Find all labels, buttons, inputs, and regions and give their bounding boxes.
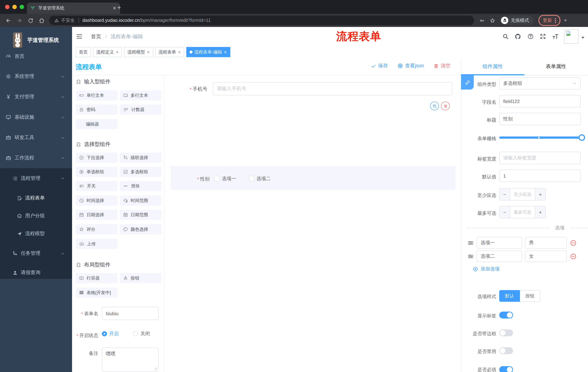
stepper-minus-button[interactable]: − (500, 189, 510, 200)
browser-tab[interactable]: 芋道管理系统 ✕ (27, 2, 120, 14)
browser-update-button[interactable]: 更新 (538, 15, 560, 26)
view-json-button[interactable]: 查看json (397, 63, 424, 69)
slider-handle[interactable] (578, 134, 585, 141)
tab-component-props[interactable]: 组件属性 (461, 63, 524, 70)
max-select-input[interactable]: 最多可选 (510, 206, 535, 218)
tag-close-icon[interactable]: ✕ (224, 50, 227, 54)
avatar[interactable] (564, 29, 578, 44)
show-label-toggle[interactable] (499, 312, 513, 319)
back-icon[interactable] (5, 17, 11, 23)
tab-form-props[interactable]: 表单属性 (524, 63, 588, 70)
tag-close-icon[interactable]: ✕ (116, 50, 119, 54)
option-label-input[interactable]: 选项一 (477, 237, 522, 249)
component-chip-cascader[interactable]: 级联选择 (120, 152, 162, 163)
sidebar-logo[interactable]: 芋道管理系统 (0, 28, 72, 53)
drag-handle-icon[interactable] (468, 240, 474, 246)
search-icon[interactable] (502, 33, 509, 40)
option-label-input[interactable]: 选项二 (477, 250, 522, 262)
option-value-input[interactable]: 女 (525, 250, 567, 262)
address-bar[interactable]: 不安全 dashboard.yudao.iocoder.cn/bpm/manag… (49, 16, 474, 25)
grid-slider-track[interactable] (499, 137, 582, 139)
drag-handle-icon[interactable] (468, 253, 474, 259)
component-chip-select[interactable]: 下拉选择 (76, 152, 117, 163)
remove-option-icon[interactable] (570, 239, 577, 246)
tag-close-icon[interactable]: ✕ (178, 50, 181, 54)
selected-component-block[interactable]: *性别 选项一 选项二 (171, 166, 456, 190)
sidebar-item-devtools[interactable]: 研发工具 (0, 130, 72, 145)
component-chip-time-picker[interactable]: 时间选择 (76, 195, 117, 206)
tag-process-model[interactable]: 流程模型✕ (124, 47, 153, 57)
hamburger-icon[interactable] (76, 33, 83, 40)
option-value-input[interactable]: 男 (525, 237, 567, 249)
tag-process-definition[interactable]: 流程定义✕ (93, 47, 122, 57)
sidebar-item-task-mgmt[interactable]: 任务管理 (0, 246, 72, 261)
component-chip-rate[interactable]: 评分 (76, 224, 117, 234)
breadcrumb-home[interactable]: 首页 (91, 33, 101, 40)
sidebar-item-user-group[interactable]: 用户分组 (0, 209, 72, 223)
tag-home[interactable]: 首页 (76, 47, 91, 57)
github-icon[interactable] (514, 33, 521, 40)
fullscreen-icon[interactable] (540, 33, 546, 40)
tag-process-form-edit[interactable]: 流程表单-编辑✕ (186, 47, 230, 57)
component-chip-table[interactable]: 表格[开发中] (76, 287, 117, 298)
traffic-zoom-button[interactable] (20, 5, 24, 9)
forward-icon[interactable] (16, 17, 22, 23)
component-chip-radio-group[interactable]: 单选框组 (76, 167, 117, 177)
remove-option-icon[interactable] (570, 253, 577, 260)
add-option-button[interactable]: 添加选项 (473, 266, 500, 272)
reload-icon[interactable] (28, 18, 33, 23)
sidebar-item-process-mgmt[interactable]: 流程管理 (0, 171, 72, 186)
disabled-toggle[interactable] (499, 347, 513, 354)
component-chip-date-range[interactable]: 日期范围 (120, 210, 162, 220)
copy-component-button[interactable] (430, 102, 439, 110)
stepper-plus-button[interactable]: + (535, 189, 546, 200)
component-chip-multi-text[interactable]: 多行文本 (120, 90, 162, 100)
help-icon[interactable] (527, 33, 534, 40)
traffic-close-button[interactable] (5, 5, 10, 9)
tag-process-form[interactable]: 流程表单✕ (155, 47, 184, 57)
sidebar-item-leave-query[interactable]: 请假查询 (0, 265, 72, 280)
avatar-caret-icon[interactable] (581, 37, 584, 38)
component-chip-row-container[interactable]: 行容器 (76, 273, 117, 283)
sidebar-item-infra[interactable]: 基础设施 (0, 110, 72, 125)
default-value-input[interactable]: 1 (499, 170, 581, 182)
min-select-input[interactable]: 至少应选 (510, 189, 535, 200)
sidebar-item-process-form[interactable]: 流程表单 (0, 191, 72, 205)
new-tab-button[interactable]: + (117, 4, 121, 11)
stepper-minus-button[interactable]: − (500, 206, 510, 218)
tag-close-icon[interactable]: ✕ (147, 50, 150, 54)
component-chip-counter[interactable]: 123 计数器 (120, 105, 162, 115)
status-radio-on[interactable]: 开启 (102, 330, 119, 337)
component-chip-password[interactable]: 密码 (76, 105, 117, 115)
stepper-plus-button[interactable]: + (535, 206, 546, 218)
traffic-minimize-button[interactable] (12, 5, 17, 9)
component-chip-slider[interactable]: 滑块 (120, 181, 162, 191)
sidebar-item-system[interactable]: 系统管理 (0, 69, 72, 84)
clear-button[interactable]: 清空 (433, 63, 451, 69)
sidebar-item-process-model[interactable]: 流程模型 (0, 226, 72, 241)
form-name-input[interactable]: biubiu (102, 307, 159, 320)
key-icon[interactable] (479, 18, 485, 23)
component-chip-date-picker[interactable]: 日期选择 (76, 210, 117, 220)
tab-close-icon[interactable]: ✕ (112, 5, 116, 11)
component-chip-time-range[interactable]: 时间范围 (120, 195, 162, 206)
sidebar-item-home[interactable]: 首页 (0, 49, 72, 64)
save-button[interactable]: 保存 (371, 63, 388, 69)
component-chip-button[interactable]: 按钮 (120, 273, 162, 283)
sidebar-item-workflow[interactable]: 工作流程 (0, 151, 72, 165)
component-chip-checkbox-group[interactable]: 多选框组 (120, 167, 162, 177)
label-width-input[interactable]: 请输入标签宽度 (499, 152, 581, 164)
field-name-input[interactable]: field122 (499, 95, 581, 107)
style-button-button[interactable]: 按钮 (520, 290, 540, 302)
component-chip-upload[interactable]: 上传 (76, 239, 117, 249)
border-toggle[interactable] (499, 329, 513, 336)
form-remark-textarea[interactable]: 嘿嘿 (102, 348, 159, 372)
title-input[interactable]: 性别 (499, 113, 581, 125)
required-toggle[interactable] (499, 366, 513, 372)
status-radio-off[interactable]: 关闭 (133, 330, 150, 337)
type-select[interactable]: 多选框组 (499, 77, 581, 90)
bookmark-star-icon[interactable] (490, 18, 495, 23)
gender-checkbox-1[interactable] (214, 176, 220, 181)
style-default-button[interactable]: 默认 (499, 290, 520, 302)
component-chip-editor[interactable]: 编辑器 (76, 119, 117, 129)
